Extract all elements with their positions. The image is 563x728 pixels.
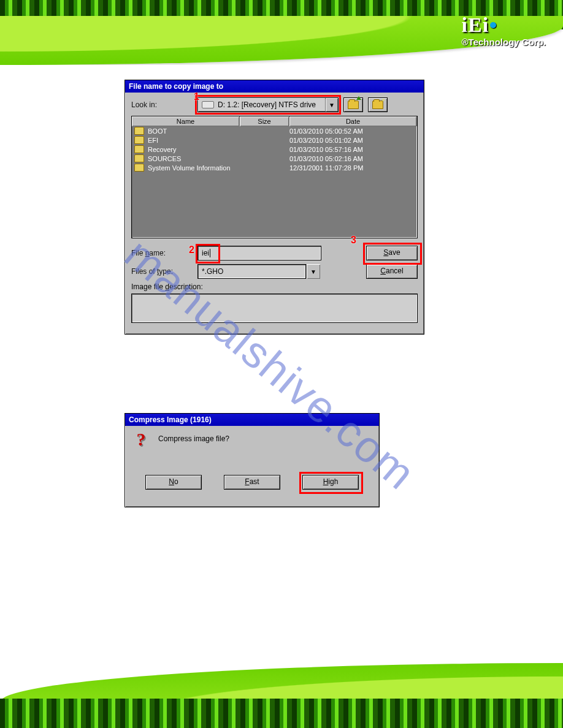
folder-icon [134,145,144,153]
table-row[interactable]: BOOT 01/03/2010 05:00:52 AM [132,126,417,135]
table-row[interactable]: System Volume Information 12/31/2001 11:… [132,163,417,172]
question-icon: ? [132,432,150,449]
folder-icon [134,127,144,135]
lookin-label: Look in: [131,100,197,109]
col-date[interactable]: Date [289,116,417,126]
pcb-strip [0,699,563,728]
table-row[interactable]: SOURCES 01/03/2010 05:02:16 AM [132,154,417,163]
up-arrow-icon [356,96,361,100]
logo-text: iEi [462,13,489,36]
chevron-down-icon[interactable]: ▼ [306,264,320,279]
annotation-2: 2 [189,245,194,256]
lookin-value: D: 1.2: [Recovery] NTFS drive [218,100,325,109]
description-textarea[interactable] [131,294,418,323]
dialog-title: Compress Image (1916) [125,414,379,426]
page-footer-decor [0,654,563,728]
save-image-dialog: File name to copy image to Look in: D: 1… [124,80,424,335]
col-size[interactable]: Size [240,116,289,126]
page-header-decor: iEi ®Technology Corp. [0,0,563,65]
brand-logo: iEi ®Technology Corp. [462,13,546,47]
file-list[interactable]: Name Size Date BOOT 01/03/2010 05:00:52 … [131,116,418,238]
col-name[interactable]: Name [132,116,240,126]
logo-dot-icon [490,22,496,28]
table-row[interactable]: Recovery 01/03/2010 05:57:16 AM [132,145,417,154]
new-folder-button[interactable]: ＊ [368,97,388,112]
filetype-label: Files of type: [131,267,197,276]
lookin-combo[interactable]: D: 1.2: [Recovery] NTFS drive ▼ [197,97,339,112]
description-label: Image file description: [131,282,418,291]
folder-icon [348,100,359,109]
filetype-value: *.GHO [202,267,223,276]
file-list-header: Name Size Date [132,116,417,126]
cancel-button[interactable]: Cancel [366,264,418,279]
table-row[interactable]: EFI 01/03/2010 05:01:02 AM [132,135,417,145]
filename-label: File name: [131,249,197,257]
folder-icon [134,164,144,172]
high-button[interactable]: High [302,475,359,490]
fast-button[interactable]: Fast [224,475,280,490]
sparkle-icon: ＊ [380,97,386,105]
filename-value: iei [202,249,209,257]
filetype-combo[interactable]: *.GHO [197,264,306,279]
dialog-title: File name to copy image to [125,80,424,93]
save-button[interactable]: Save [366,246,418,260]
no-button[interactable]: No [145,475,202,490]
page-content: File name to copy image to Look in: D: 1… [0,65,563,654]
annotation-3: 3 [351,235,356,246]
up-folder-button[interactable] [343,97,363,112]
compress-image-dialog: Compress Image (1916) ? Compress image f… [124,413,380,507]
folder-icon [134,154,144,162]
annotation-1: 1 [194,91,199,102]
drive-icon [202,101,214,108]
compress-question: Compress image file? [158,432,229,443]
filename-input[interactable]: iei [197,246,321,260]
folder-icon [134,136,144,144]
chevron-down-icon[interactable]: ▼ [325,98,338,112]
logo-subtitle: ®Technology Corp. [462,37,546,47]
